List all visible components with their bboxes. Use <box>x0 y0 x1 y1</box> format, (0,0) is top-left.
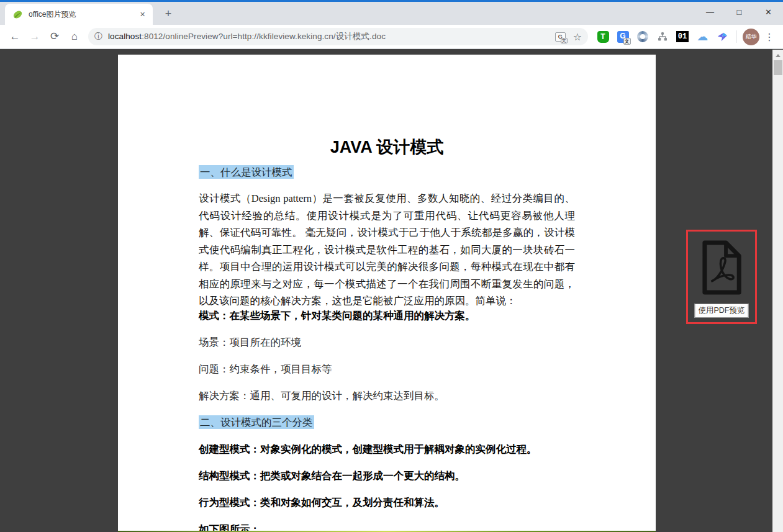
profile-avatar[interactable]: 精华 <box>743 29 759 45</box>
translate-page-icon[interactable]: G文 <box>555 32 566 42</box>
browser-menu-icon[interactable]: ⋮ <box>762 31 777 43</box>
back-button[interactable]: ← <box>6 28 24 45</box>
minimize-button[interactable]: — <box>695 2 725 22</box>
google-translate-extension-icon[interactable]: G文 <box>616 30 630 43</box>
browser-window: office图片预览 ✕ + — □ ✕ ← → ⟳ ⌂ ⓘ localhost… <box>0 0 783 49</box>
tampermonkey-extension-icon[interactable]: T <box>596 30 610 43</box>
sitemap-extension-icon[interactable] <box>656 30 669 43</box>
scrollbar-thumb[interactable] <box>774 60 782 75</box>
scrollbar-up-arrow-icon[interactable] <box>776 54 781 57</box>
url-host: localhost <box>108 32 142 41</box>
spring-leaf-favicon <box>12 9 23 20</box>
tab-close-icon[interactable]: ✕ <box>137 9 148 20</box>
forward-button: → <box>26 28 43 45</box>
url-rest: :8012/onlinePreview?url=http://kkfilevie… <box>142 32 386 41</box>
pdf-file-icon <box>697 239 746 296</box>
browser-toolbar: ← → ⟳ ⌂ ⓘ localhost:8012/onlinePreview?u… <box>0 25 783 49</box>
url-text[interactable]: localhost:8012/onlinePreview?url=http://… <box>108 31 550 42</box>
doc-paragraph: 设计模式（Design pattern）是一套被反复使用、多数人知晓的、经过分类… <box>199 190 575 310</box>
extensions-area: T G文 01 ☁ 精华 ⋮ <box>593 29 778 45</box>
browser-tab[interactable]: office图片预览 ✕ <box>5 4 153 25</box>
doc-section-heading: 一、什么是设计模式 <box>199 166 575 179</box>
pdf-preview-button[interactable]: 使用PDF预览 <box>686 230 757 324</box>
vertical-scrollbar[interactable] <box>772 50 783 532</box>
doc-heading-1: 一、什么是设计模式 <box>199 165 294 179</box>
site-info-icon[interactable]: ⓘ <box>94 31 102 42</box>
address-bar[interactable]: ⓘ localhost:8012/onlinePreview?url=http:… <box>88 28 588 45</box>
bookmark-star-icon[interactable]: ☆ <box>573 31 582 43</box>
doc-line-creational: 创建型模式：对象实例化的模式，创建型模式用于解耦对象的实例化过程。 <box>199 443 575 456</box>
doc-line-problem: 问题：约束条件，项目目标等 <box>199 363 575 376</box>
doc-line-scene: 场景：项目所在的环境 <box>199 336 575 349</box>
window-controls: — □ ✕ <box>695 2 783 22</box>
doc-heading-2: 二、设计模式的三个分类 <box>199 415 314 429</box>
new-tab-button[interactable]: + <box>160 7 176 20</box>
doc-line-solution: 解决方案：通用、可复用的设计，解决约束达到目标。 <box>199 390 575 402</box>
tab-title: office图片预览 <box>29 9 137 20</box>
download-manager-extension-icon[interactable] <box>636 30 649 43</box>
tab-strip: office图片预览 ✕ + — □ ✕ <box>0 2 783 25</box>
pdf-preview-label: 使用PDF预览 <box>695 304 749 318</box>
toolbar-separator <box>736 30 736 43</box>
document-title: JAVA 设计模式 <box>199 135 575 159</box>
bird-extension-icon[interactable] <box>715 30 729 43</box>
maximize-button[interactable]: □ <box>725 2 754 22</box>
home-button[interactable]: ⌂ <box>66 28 83 45</box>
counter-extension-icon[interactable]: 01 <box>676 30 689 43</box>
preview-canvas: JAVA 设计模式 一、什么是设计模式 设计模式（Design pattern）… <box>0 50 783 532</box>
doc-line-behavioral: 行为型模式：类和对象如何交互，及划分责任和算法。 <box>199 497 575 509</box>
doc-line-pattern: 模式：在某些场景下，针对某类问题的某种通用的解决方案。 <box>199 310 575 322</box>
reload-button[interactable]: ⟳ <box>46 28 63 45</box>
doc-line-structural: 结构型模式：把类或对象结合在一起形成一个更大的结构。 <box>199 470 575 482</box>
doc-section-heading: 二、设计模式的三个分类 <box>199 417 575 429</box>
close-button[interactable]: ✕ <box>754 2 783 22</box>
document-page: JAVA 设计模式 一、什么是设计模式 设计模式（Design pattern）… <box>118 55 656 532</box>
cloud-extension-icon[interactable]: ☁ <box>695 30 709 43</box>
